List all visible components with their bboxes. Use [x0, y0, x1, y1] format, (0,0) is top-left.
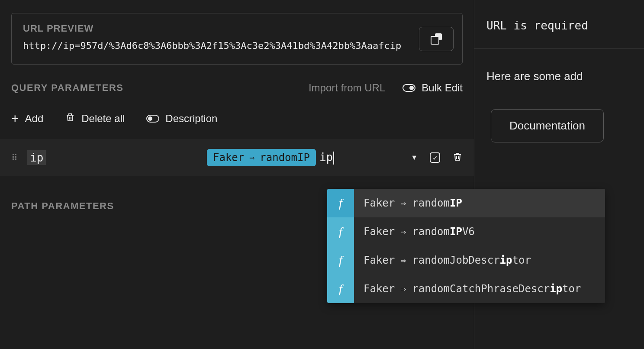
- add-label: Add: [25, 113, 44, 125]
- param-enabled-checkbox[interactable]: ✓: [430, 152, 440, 163]
- trash-icon: [65, 112, 75, 125]
- function-icon: f: [327, 246, 354, 275]
- function-icon: f: [327, 217, 354, 246]
- main-panel: URL PREVIEW http://ip=957d/%3Ad6c8%3A6bb…: [0, 0, 474, 349]
- arrow-icon: ⇒: [249, 152, 254, 163]
- drag-handle-icon[interactable]: ⠿: [11, 155, 19, 161]
- documentation-button[interactable]: Documentation: [491, 109, 604, 142]
- typed-text: ip: [319, 151, 334, 165]
- delete-row-button[interactable]: [452, 151, 463, 164]
- query-params-actions: Import from URL Bulk Edit: [309, 82, 463, 94]
- faker-pill-prefix: Faker: [213, 152, 244, 164]
- query-param-row: ⠿ ip Faker ⇒ randomIP ip ▼ ✓: [0, 139, 474, 176]
- chevron-down-icon[interactable]: ▼: [411, 154, 418, 162]
- import-from-url-button[interactable]: Import from URL: [309, 82, 385, 94]
- delete-all-label: Delete all: [81, 113, 125, 125]
- autocomplete-item-label: Faker⇒randomJobDescriptor: [354, 254, 531, 266]
- autocomplete-item[interactable]: fFaker⇒randomIPV6: [327, 217, 605, 246]
- toggle-icon: [402, 84, 415, 92]
- text-cursor: [333, 152, 334, 165]
- url-preview-value: http://ip=957d/%3Ad6c8%3A6bbb%3A2f15%3Ac…: [23, 39, 451, 53]
- copy-button[interactable]: [419, 27, 454, 51]
- function-icon: f: [327, 189, 354, 217]
- add-param-button[interactable]: Add: [11, 111, 43, 126]
- param-key-input[interactable]: ip: [27, 150, 46, 165]
- autocomplete-item-label: Faker⇒randomIP: [354, 197, 462, 209]
- autocomplete-item-label: Faker⇒randomIPV6: [354, 226, 475, 238]
- query-params-header: QUERY PARAMETERS Import from URL Bulk Ed…: [0, 65, 474, 94]
- function-icon: f: [327, 275, 354, 303]
- description-toggle-button[interactable]: Description: [146, 113, 217, 125]
- delete-all-button[interactable]: Delete all: [65, 112, 125, 125]
- autocomplete-item[interactable]: fFaker⇒randomIP: [327, 189, 605, 217]
- side-status-message: URL is required: [474, 0, 644, 49]
- copy-icon: [431, 33, 442, 45]
- query-params-title: QUERY PARAMETERS: [11, 82, 124, 94]
- side-body: Here are some add Documentation: [474, 49, 644, 142]
- faker-pill-value: randomIP: [260, 152, 310, 164]
- description-label: Description: [165, 113, 217, 125]
- autocomplete-item[interactable]: fFaker⇒randomCatchPhraseDescriptor: [327, 275, 605, 303]
- url-preview-label: URL PREVIEW: [23, 23, 451, 34]
- bulk-edit-label: Bulk Edit: [422, 82, 463, 94]
- side-hint-text: Here are some add: [486, 70, 644, 83]
- toggle-icon: [146, 115, 159, 123]
- param-value-input[interactable]: Faker ⇒ randomIP ip: [207, 149, 334, 166]
- plus-icon: [11, 111, 19, 126]
- autocomplete-item-label: Faker⇒randomCatchPhraseDescriptor: [354, 283, 581, 295]
- faker-pill[interactable]: Faker ⇒ randomIP: [207, 149, 316, 166]
- bulk-edit-button[interactable]: Bulk Edit: [402, 82, 463, 94]
- row-end-controls: ▼ ✓: [411, 151, 463, 164]
- url-preview-box: URL PREVIEW http://ip=957d/%3Ad6c8%3A6bb…: [11, 13, 463, 65]
- autocomplete-item[interactable]: fFaker⇒randomJobDescriptor: [327, 246, 605, 275]
- query-params-toolbar: Add Delete all Description: [0, 94, 474, 139]
- autocomplete-dropdown: fFaker⇒randomIPfFaker⇒randomIPV6fFaker⇒r…: [327, 189, 605, 303]
